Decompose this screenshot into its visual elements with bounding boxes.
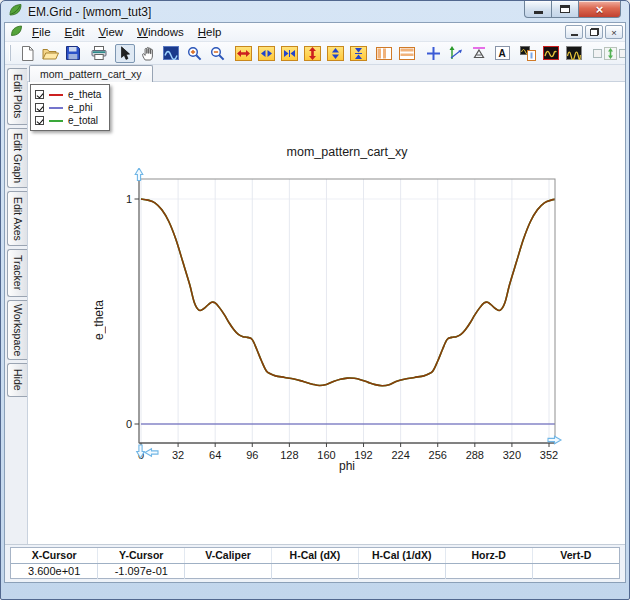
pan-left-arrow[interactable] <box>145 449 158 457</box>
sidebar-tab-workspace[interactable]: Workspace <box>7 300 27 360</box>
sidebar-tabs: Edit PlotsEdit GraphEdit AxesTrackerWork… <box>5 65 27 544</box>
text-annotation-icon[interactable]: A <box>492 44 512 63</box>
axis-pan-arrows[interactable] <box>135 168 561 458</box>
legend-checkbox-e_phi[interactable] <box>35 103 44 112</box>
cursor-value-6 <box>532 563 619 579</box>
plot-canvas[interactable]: 010326496128160192224256288320352 phi <box>124 168 569 476</box>
compress-x-icon[interactable] <box>279 44 299 63</box>
maximize-button[interactable] <box>552 1 579 18</box>
svg-text:192: 192 <box>354 449 372 461</box>
new-document-icon[interactable] <box>17 44 37 63</box>
legend-item-e_phi: e_phi <box>35 101 101 114</box>
menu-bar: FileEditViewWindowsHelp × <box>5 23 625 42</box>
zoom-in-icon[interactable] <box>184 44 204 63</box>
menu-view[interactable]: View <box>91 25 130 39</box>
copy-plot-icon[interactable] <box>518 44 538 63</box>
sidebar-tab-edit-graph[interactable]: Edit Graph <box>7 128 27 188</box>
cursor-value-1: -1.097e-01 <box>98 563 185 579</box>
caliper-triangle-icon[interactable] <box>469 44 489 63</box>
mdi-close-button[interactable]: × <box>605 25 623 39</box>
legend-swatch-e_theta <box>49 94 63 96</box>
edit-plot-icon[interactable] <box>541 44 561 63</box>
menu-help[interactable]: Help <box>191 25 229 39</box>
series-e_total <box>141 199 558 386</box>
cursor-value-4 <box>358 563 445 579</box>
link-y-right-checkbox[interactable] <box>619 49 625 58</box>
svg-text:256: 256 <box>429 449 447 461</box>
save-floppy-icon[interactable] <box>63 44 83 63</box>
svg-text:288: 288 <box>466 449 484 461</box>
cursor-value-5 <box>445 563 532 579</box>
svg-text:0: 0 <box>126 418 132 430</box>
legend: e_thetae_phie_total <box>30 84 110 131</box>
mdi-minimize-button[interactable] <box>565 25 583 39</box>
pan-hand-icon[interactable] <box>138 44 158 63</box>
expand-x-icon[interactable] <box>233 44 253 63</box>
plot-waves-icon[interactable] <box>564 44 584 63</box>
menu-windows[interactable]: Windows <box>130 25 191 39</box>
svg-text:128: 128 <box>280 449 298 461</box>
legend-item-e_theta: e_theta <box>35 88 101 101</box>
legend-swatch-e_phi <box>49 107 63 109</box>
document-icon <box>10 23 23 41</box>
legend-checkbox-e_theta[interactable] <box>35 90 44 99</box>
svg-text:320: 320 <box>503 449 521 461</box>
window-title: EM.Grid - [wmom_tut3] <box>28 5 151 19</box>
cursor-col-vert-d: Vert-D <box>532 548 619 563</box>
menu-file[interactable]: File <box>25 25 58 39</box>
client-area: FileEditViewWindowsHelp × <box>4 22 626 583</box>
link-y-left-checkbox[interactable] <box>593 49 602 58</box>
cursor-readout-table: X-CursorY-CursorV-CaliperH-Cal (dX)H-Cal… <box>11 548 619 579</box>
plot-frame <box>139 179 555 443</box>
expand-y-icon[interactable] <box>302 44 322 63</box>
crosshair-icon[interactable] <box>423 44 443 63</box>
toolbar-grip[interactable] <box>9 45 11 61</box>
open-folder-icon[interactable] <box>40 44 60 63</box>
zoom-out-icon[interactable] <box>207 44 227 63</box>
sidebar-tab-hide[interactable]: Hide <box>7 363 27 397</box>
close-button[interactable]: × <box>579 1 621 18</box>
svg-text:96: 96 <box>246 449 258 461</box>
document-tab-bar: mom_pattern_cart_xy <box>27 65 625 82</box>
link-y-icon <box>604 47 617 60</box>
mdi-controls: × <box>565 25 623 39</box>
sidebar-tab-edit-plots[interactable]: Edit Plots <box>7 68 27 125</box>
title-bar[interactable]: EM.Grid - [wmom_tut3] × <box>1 1 629 22</box>
mdi-restore-button[interactable] <box>585 25 603 39</box>
zoom-to-data-icon[interactable] <box>161 44 181 63</box>
toolbar: A Layout <box>5 42 625 65</box>
svg-text:32: 32 <box>172 449 184 461</box>
legend-label-e_theta: e_theta <box>68 89 101 100</box>
tracker-axes-icon[interactable] <box>446 44 466 63</box>
arrows-out-y-icon[interactable] <box>325 44 345 63</box>
cursor-col-x-cursor: X-Cursor <box>11 548 98 563</box>
menu-edit[interactable]: Edit <box>58 25 92 39</box>
sidebar-tab-edit-axes[interactable]: Edit Axes <box>7 191 27 246</box>
cursor-col-horz-d: Horz-D <box>445 548 532 563</box>
svg-text:64: 64 <box>209 449 221 461</box>
plot-area: e_thetae_phie_total mom_pattern_cart_xy … <box>27 82 625 544</box>
minimize-button[interactable] <box>524 1 552 18</box>
tab-mom-pattern-cart-xy[interactable]: mom_pattern_cart_xy <box>29 65 153 82</box>
cursor-value-2 <box>185 563 272 579</box>
sidebar-tab-tracker[interactable]: Tracker <box>7 249 27 297</box>
compress-y-icon[interactable] <box>348 44 368 63</box>
svg-text:160: 160 <box>317 449 335 461</box>
split-rows-icon[interactable] <box>397 44 417 63</box>
svg-text:1: 1 <box>126 193 132 205</box>
link-y-group[interactable] <box>593 47 625 60</box>
legend-label-e_total: e_total <box>68 115 98 126</box>
arrows-out-x-icon[interactable] <box>256 44 276 63</box>
print-icon[interactable] <box>89 44 109 63</box>
plot-title: mom_pattern_cart_xy <box>139 145 555 159</box>
cursor-value-0: 3.600e+01 <box>11 563 98 579</box>
legend-label-e_phi: e_phi <box>68 102 92 113</box>
cursor-col-y-cursor: Y-Cursor <box>98 548 185 563</box>
split-columns-icon[interactable] <box>374 44 394 63</box>
app-icon <box>8 2 23 21</box>
legend-checkbox-e_total[interactable] <box>35 116 44 125</box>
cursor-col-h-cal-1-dx-: H-Cal (1/dX) <box>358 548 445 563</box>
menus: FileEditViewWindowsHelp <box>25 25 228 39</box>
app-window: EM.Grid - [wmom_tut3] × FileEditViewWind… <box>0 0 630 600</box>
select-cursor-icon[interactable] <box>115 44 135 63</box>
